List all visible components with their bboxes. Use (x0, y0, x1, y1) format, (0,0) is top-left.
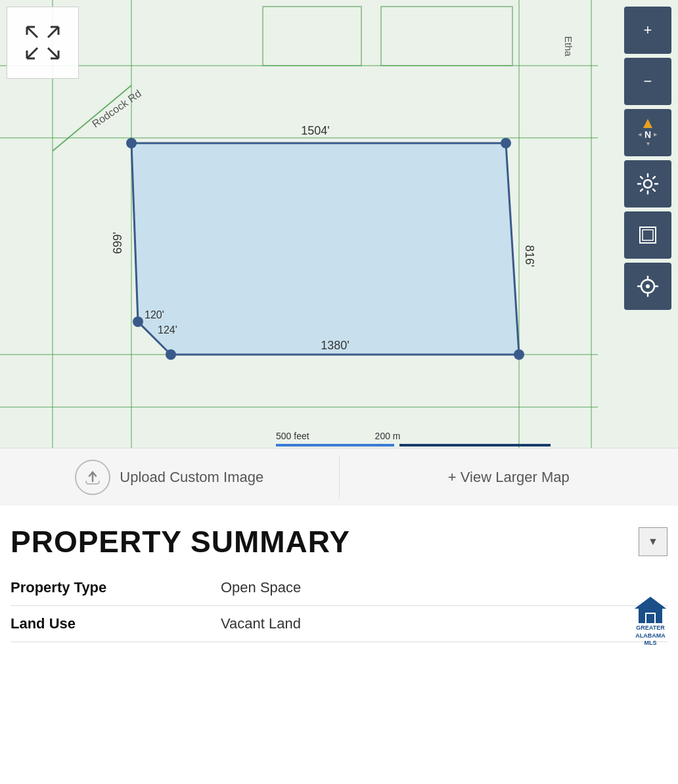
svg-text:699': 699' (111, 232, 124, 253)
svg-line-26 (27, 27, 37, 37)
scale-feet-label: 500 feet (276, 431, 309, 441)
map-action-bar: Upload Custom Image + View Larger Map (0, 448, 678, 506)
expand-icon (26, 26, 60, 60)
locate-icon (637, 275, 659, 297)
map-svg: 1504' 816' 1380' 699' 120' 124' Rodcock … (0, 0, 678, 506)
chevron-down-icon: ▼ (648, 536, 658, 548)
svg-text:Etha: Etha (563, 36, 574, 57)
property-type-value: Open Space (221, 579, 301, 596)
summary-title: PROPERTY SUMMARY (11, 524, 350, 559)
svg-point-17 (133, 316, 143, 327)
land-use-row: Land Use Vacant Land (11, 606, 667, 642)
view-larger-map-button[interactable]: + View Larger Map (340, 448, 679, 506)
upload-image-label: Upload Custom Image (120, 469, 263, 486)
locate-button[interactable] (624, 263, 671, 310)
map-controls-right: + − ◂ N ▸ ▾ (624, 7, 671, 310)
zoom-in-button[interactable]: + (624, 7, 671, 54)
compass-east: ▸ (654, 130, 658, 139)
land-use-value: Vacant Land (221, 615, 301, 632)
svg-marker-49 (635, 597, 666, 613)
compass-north-label: N (644, 129, 651, 140)
land-use-label: Land Use (11, 615, 221, 632)
scale-meters-label: 200 m (375, 431, 401, 441)
svg-line-29 (48, 27, 58, 37)
upload-icon (75, 460, 110, 495)
mls-logo: GREATER ALABAMA MLS (633, 594, 667, 647)
mls-house-icon (633, 594, 667, 624)
compass-widget: ◂ N ▸ ▾ (638, 119, 658, 147)
svg-text:816': 816' (523, 245, 536, 267)
svg-text:124': 124' (158, 324, 177, 336)
scale-line-meters (399, 444, 551, 446)
svg-point-38 (644, 180, 652, 188)
mls-line1: GREATER (635, 624, 666, 632)
svg-point-16 (166, 349, 176, 360)
property-summary: PROPERTY SUMMARY ▼ Property Type Open Sp… (0, 506, 678, 653)
upload-image-button[interactable]: Upload Custom Image (0, 448, 339, 506)
svg-text:1504': 1504' (301, 124, 329, 137)
zoom-out-button[interactable]: − (624, 58, 671, 105)
collapse-button[interactable]: ▼ (639, 527, 667, 556)
layers-button[interactable] (624, 211, 671, 259)
layers-icon (637, 224, 659, 246)
svg-text:1380': 1380' (321, 339, 349, 352)
scale-lines (276, 444, 551, 446)
compass-west: ◂ (638, 130, 642, 139)
gear-icon (637, 173, 659, 195)
scale-line-feet (276, 444, 394, 446)
svg-line-32 (27, 48, 37, 58)
svg-marker-12 (131, 143, 519, 355)
compass-south: ▾ (646, 140, 650, 147)
svg-point-13 (126, 138, 137, 148)
scale-labels: 500 feet 200 m (276, 431, 551, 441)
property-type-label: Property Type (11, 579, 221, 596)
svg-rect-40 (643, 230, 653, 240)
svg-line-35 (48, 48, 58, 58)
svg-point-42 (646, 284, 650, 288)
mls-line2: ALABAMA (635, 632, 666, 640)
svg-rect-50 (646, 614, 654, 623)
scale-bar: 500 feet 200 m (276, 431, 551, 446)
svg-point-15 (514, 349, 524, 360)
map-container: 1504' 816' 1380' 699' 120' 124' Rodcock … (0, 0, 678, 506)
compass-button[interactable]: ◂ N ▸ ▾ (624, 109, 671, 156)
map-expand-button[interactable] (7, 7, 79, 79)
view-map-label: + View Larger Map (448, 469, 570, 486)
summary-header: PROPERTY SUMMARY ▼ (11, 524, 667, 559)
settings-button[interactable] (624, 160, 671, 207)
svg-text:120': 120' (145, 309, 164, 320)
svg-point-14 (501, 138, 511, 148)
property-type-row: Property Type Open Space (11, 570, 667, 606)
mls-line3: MLS (635, 640, 666, 647)
property-section: PROPERTY SUMMARY ▼ Property Type Open Sp… (0, 506, 678, 653)
compass-arrow-icon (643, 119, 652, 128)
mls-text: GREATER ALABAMA MLS (635, 624, 666, 647)
